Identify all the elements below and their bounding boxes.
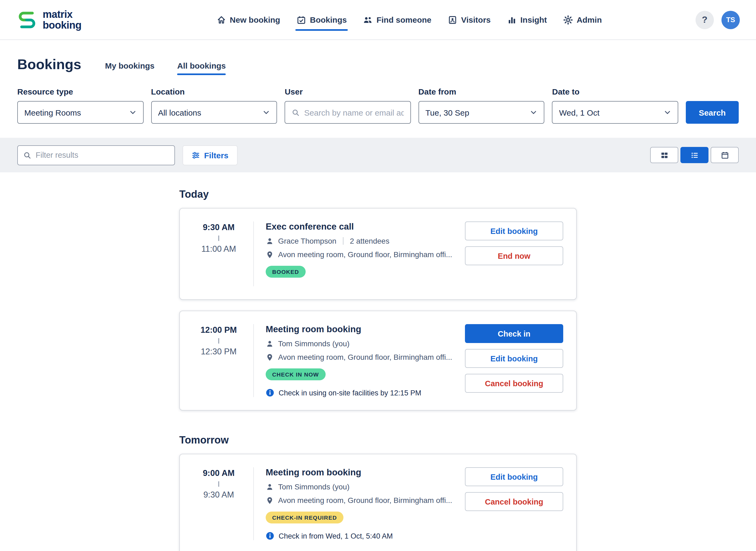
search-icon [292, 108, 300, 116]
top-nav: matrix booking New booking Bookings [0, 0, 756, 40]
cancel-booking-button[interactable]: Cancel booking [465, 492, 563, 511]
chevron-down-icon [129, 109, 136, 116]
calendar-view-toggle[interactable] [711, 147, 739, 163]
search-icon [23, 151, 31, 159]
booking-owner: Grace Thompson [278, 236, 336, 245]
section-heading-today: Today [179, 188, 577, 200]
card-divider [253, 324, 254, 397]
nav-bookings[interactable]: Bookings [296, 15, 347, 25]
list-view-toggle[interactable] [680, 147, 708, 163]
booking-card: 9:00 AM 9:30 AM Meeting room booking Tom… [179, 454, 577, 551]
filters-button[interactable]: Filters [183, 145, 238, 165]
booking-end-time: 9:30 AM [193, 490, 245, 500]
booking-start-time: 9:30 AM [193, 222, 245, 232]
end-now-button[interactable]: End now [465, 246, 563, 265]
info-icon [266, 388, 274, 397]
booking-title: Meeting room booking [266, 324, 452, 335]
tab-all-bookings[interactable]: All bookings [177, 61, 226, 70]
booking-card: 12:00 PM 12:30 PM Meeting room booking T… [179, 311, 577, 411]
matrix-logo-icon [16, 9, 38, 31]
booking-start-time: 9:00 AM [193, 468, 245, 478]
grid-view-toggle[interactable] [650, 147, 678, 163]
location-pin-icon [266, 250, 274, 258]
section-heading-tomorrow: Tomorrow [179, 434, 577, 446]
user-label: User [285, 87, 411, 96]
booking-title: Meeting room booking [266, 467, 452, 478]
location-pin-icon [266, 496, 274, 504]
location-value: All locations [158, 108, 258, 117]
cancel-booking-button[interactable]: Cancel booking [465, 374, 563, 393]
booking-end-time: 11:00 AM [193, 244, 245, 254]
booking-card: 9:30 AM 11:00 AM Exec conference call Gr… [179, 208, 577, 300]
person-icon [266, 483, 274, 491]
booking-attendees: 2 attendees [350, 236, 389, 245]
booking-location: Avon meeting room, Ground floor, Birming… [278, 496, 452, 505]
home-icon [216, 15, 226, 25]
nav-right: ? TS [680, 11, 740, 29]
chevron-down-icon [530, 109, 538, 116]
sliders-icon [192, 151, 200, 159]
status-badge: CHECK-IN REQUIRED [266, 512, 343, 523]
bookings-list: Today 9:30 AM 11:00 AM Exec conference c… [179, 172, 577, 551]
time-range-tick [218, 338, 219, 344]
user-search-field [285, 101, 411, 124]
edit-booking-button[interactable]: Edit booking [465, 349, 563, 368]
date-from-label: Date from [419, 87, 545, 96]
search-button[interactable]: Search [686, 101, 739, 124]
page-head: Bookings My bookings All bookings [0, 40, 756, 73]
date-from-select[interactable]: Tue, 30 Sep [419, 101, 545, 124]
resource-type-label: Resource type [17, 87, 143, 96]
location-pin-icon [266, 353, 274, 361]
status-badge: CHECK IN NOW [266, 369, 325, 380]
nav-visitors[interactable]: Visitors [448, 15, 491, 25]
brand-name: matrix booking [43, 9, 82, 31]
nav-insight[interactable]: Insight [507, 15, 547, 25]
tab-my-bookings[interactable]: My bookings [105, 61, 154, 70]
filter-results-input[interactable] [36, 151, 169, 159]
date-from-group: Date from Tue, 30 Sep [419, 87, 545, 124]
booking-owner: Tom Simmonds (you) [278, 482, 350, 491]
chevron-down-icon [262, 109, 270, 116]
list-icon [690, 151, 698, 159]
chevron-down-icon [664, 109, 671, 116]
gear-icon [563, 15, 573, 25]
people-icon [363, 15, 373, 25]
checkin-info: Check in using on-site facilities by 12:… [279, 389, 421, 397]
nav-find-someone[interactable]: Find someone [363, 15, 431, 25]
user-avatar[interactable]: TS [721, 11, 740, 29]
card-divider [253, 221, 254, 286]
booking-end-time: 12:30 PM [193, 347, 245, 357]
date-to-select[interactable]: Wed, 1 Oct [552, 101, 678, 124]
date-to-group: Date to Wed, 1 Oct [552, 87, 678, 124]
check-in-button[interactable]: Check in [465, 324, 563, 343]
location-select[interactable]: All locations [151, 101, 277, 124]
user-group: User [285, 87, 411, 124]
card-divider [253, 467, 254, 540]
checkin-info: Check in from Wed, 1 Oct, 5:40 AM [279, 532, 393, 540]
search-filters: Resource type Meeting Rooms Location All… [0, 73, 756, 124]
results-toolbar: Filters [0, 138, 756, 172]
help-button[interactable]: ? [696, 11, 714, 29]
nav-new-booking[interactable]: New booking [216, 15, 280, 25]
booking-owner: Tom Simmonds (you) [278, 339, 350, 348]
booking-title: Exec conference call [266, 221, 452, 232]
edit-booking-button[interactable]: Edit booking [465, 467, 563, 486]
booking-location: Avon meeting room, Ground floor, Birming… [278, 250, 452, 259]
nav-admin[interactable]: Admin [563, 15, 602, 25]
date-from-value: Tue, 30 Sep [426, 108, 526, 117]
matrix-booking-logo[interactable]: matrix booking [16, 9, 138, 31]
view-toggle-group [650, 147, 739, 163]
location-label: Location [151, 87, 277, 96]
resource-type-value: Meeting Rooms [24, 108, 124, 117]
booking-start-time: 12:00 PM [193, 325, 245, 335]
resource-type-select[interactable]: Meeting Rooms [17, 101, 143, 124]
time-range-tick [218, 235, 219, 241]
user-search-input[interactable] [304, 108, 404, 117]
calendar-check-icon [296, 15, 306, 25]
date-to-label: Date to [552, 87, 678, 96]
time-range-tick [218, 481, 219, 487]
edit-booking-button[interactable]: Edit booking [465, 221, 563, 240]
status-badge: BOOKED [266, 266, 305, 278]
calendar-icon [721, 151, 729, 159]
resource-type-group: Resource type Meeting Rooms [17, 87, 143, 124]
